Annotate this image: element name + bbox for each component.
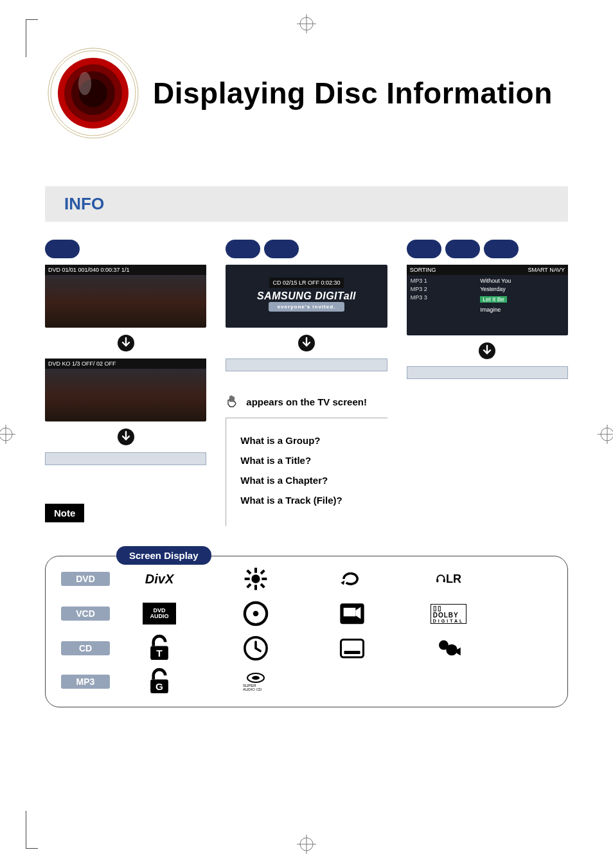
qa-title: What is a Title?: [240, 455, 373, 466]
track-item: Imagine: [480, 306, 564, 313]
track-item: Without You: [480, 278, 564, 284]
info-end-bar: [407, 366, 568, 379]
samsung-tagline: everyone's invited.: [269, 302, 345, 312]
subtitle-icon: [339, 639, 365, 658]
page-title: Displaying Disc Information: [153, 76, 553, 111]
svg-rect-33: [443, 580, 445, 583]
section-band: INFO: [45, 186, 568, 222]
band-label: INFO: [64, 194, 104, 213]
screen-display-panel: Screen Display DVD DivX LR VCD DVDAUDIO …: [45, 556, 568, 707]
qa-box: What is a Group? What is a Title? What i…: [226, 418, 387, 526]
svg-point-18: [78, 72, 91, 95]
tag-vcd: VCD: [61, 607, 110, 621]
sorting-label: SORTING: [410, 267, 436, 273]
step-pill: [226, 240, 260, 258]
osd-bar: CD 02/15 LR OFF 0:02:30: [269, 278, 343, 288]
angle-icon: [436, 639, 461, 658]
down-arrow-icon: [45, 334, 206, 352]
svg-point-23: [251, 574, 260, 583]
svg-point-48: [252, 676, 260, 680]
dvd-audio-icon: DVDAUDIO: [143, 603, 176, 624]
svg-rect-37: [344, 608, 356, 616]
screenshot-dvd-1: DVD 01/01 001/040 0:00:37 1/1: [45, 265, 206, 328]
appears-text: appears on the TV screen!: [246, 396, 367, 407]
down-arrow-icon: [407, 342, 568, 360]
note-label: Note: [45, 504, 84, 522]
screenshot-mp3: SORTING MP3 1 MP3 2 MP3 3 SMART NAVY Wit…: [407, 265, 568, 335]
samsung-logo: SAMSUNG DIGITall: [257, 290, 356, 302]
folder-item: MP3 3: [411, 294, 475, 301]
repeat-icon: [339, 569, 365, 589]
folder-item: MP3 1: [411, 278, 475, 284]
svg-text:T: T: [156, 648, 163, 659]
disc-icon: [243, 604, 269, 623]
info-end-bar: [226, 359, 387, 371]
osd-bar: DVD KO 1/3 OFF/ 02 OFF: [45, 359, 206, 369]
headphone-lr-icon: LR: [436, 569, 461, 589]
screenshot-dvd-2: DVD KO 1/3 OFF/ 02 OFF: [45, 359, 206, 421]
svg-line-28: [247, 571, 251, 574]
lock-t-icon: T: [147, 639, 172, 658]
info-end-bar: [45, 452, 206, 465]
hand-icon: [226, 394, 240, 409]
svg-point-35: [253, 611, 259, 617]
step-pill: [445, 240, 480, 258]
qa-chapter: What is a Chapter?: [240, 475, 373, 486]
step-pill: [484, 240, 519, 258]
tag-cd: CD: [61, 641, 110, 655]
down-arrow-icon: [226, 334, 387, 352]
screen-display-tab: Screen Display: [116, 546, 211, 565]
down-arrow-icon: [45, 428, 206, 446]
qa-track: What is a Track (File)?: [240, 495, 373, 506]
tag-dvd: DVD: [61, 572, 110, 586]
svg-text:G: G: [155, 682, 163, 693]
track-item: Yesterday: [480, 286, 564, 292]
svg-rect-41: [341, 639, 364, 657]
speaker-graphic: [45, 45, 141, 141]
star-burst-icon: [243, 569, 269, 589]
step-pill: [407, 240, 441, 258]
qa-group: What is a Group?: [240, 435, 373, 446]
svg-point-44: [446, 644, 458, 656]
tag-mp3: MP3: [61, 675, 110, 689]
step-pill: [45, 240, 80, 258]
svg-rect-32: [436, 580, 438, 583]
osd-bar: DVD 01/01 001/040 0:00:37 1/1: [45, 265, 206, 275]
camera-film-icon: [339, 604, 365, 623]
track-item: Let It Be: [480, 296, 507, 303]
svg-rect-42: [344, 651, 360, 654]
dolby-icon: ▯▯ DOLBYDIGITAL: [436, 604, 461, 623]
step-pill: [264, 240, 299, 258]
clock-icon: [243, 639, 269, 658]
lr-label: LR: [446, 572, 461, 586]
sacd-icon: SUPER AUDIO CD: [243, 672, 269, 691]
sacd-label: SUPER AUDIO CD: [243, 684, 269, 691]
svg-line-30: [247, 584, 251, 587]
divx-icon: DivX: [147, 569, 172, 589]
screenshot-cd: CD 02/15 LR OFF 0:02:30 SAMSUNG DIGITall…: [226, 265, 387, 328]
smart-navy-label: SMART NAVY: [528, 267, 565, 273]
svg-line-31: [261, 571, 264, 574]
svg-line-29: [261, 584, 264, 587]
lock-g-icon: G: [147, 672, 172, 691]
folder-item: MP3 2: [411, 286, 475, 292]
